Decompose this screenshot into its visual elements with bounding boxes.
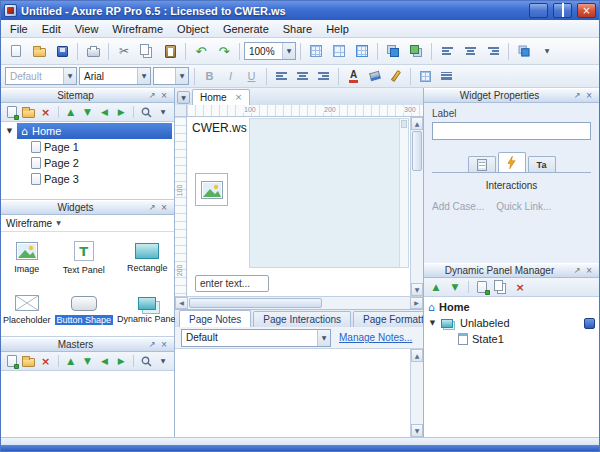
maximize-button[interactable]	[553, 3, 572, 18]
menu-file[interactable]: File	[3, 21, 35, 37]
widget-placeholder[interactable]: Placeholder	[1, 284, 53, 336]
scroll-down-arrow[interactable]: ▼	[411, 283, 423, 296]
tab-list-button[interactable]: ▼	[177, 91, 190, 104]
fill-color-button[interactable]	[365, 67, 384, 85]
font-size-select[interactable]: ▼	[153, 67, 189, 85]
tab-home[interactable]: Home ×	[192, 89, 250, 105]
scroll-thumb[interactable]	[412, 131, 422, 171]
tab-close-icon[interactable]: ×	[235, 93, 243, 102]
print-button[interactable]	[82, 41, 104, 62]
sitemap-item-page2[interactable]: Page 2	[1, 155, 174, 171]
add-page-button[interactable]	[4, 104, 20, 120]
menu-view[interactable]: View	[68, 21, 106, 37]
align-center-button[interactable]	[459, 41, 481, 62]
canvas-text-cwer[interactable]: CWER.ws	[192, 121, 247, 135]
sitemap-options-button[interactable]: ▼	[155, 104, 171, 120]
canvas-horizontal-scrollbar[interactable]: ◀ ▶	[175, 296, 423, 309]
bring-to-front-button[interactable]	[382, 41, 404, 62]
dpm-item-home[interactable]: ⌂ Home	[424, 299, 599, 315]
scroll-track[interactable]	[411, 172, 423, 283]
menu-generate[interactable]: Generate	[216, 21, 276, 37]
notes-vertical-scrollbar[interactable]: ▲ ▼	[410, 349, 423, 437]
widget-rectangle[interactable]: Rectangle	[115, 232, 180, 284]
widget-properties-close-button[interactable]: ×	[583, 90, 595, 101]
scroll-track[interactable]	[411, 362, 423, 424]
widget-library-select[interactable]: Wireframe ▼	[1, 215, 174, 232]
sitemap-item-home[interactable]: ▼ ⌂ Home	[1, 123, 174, 139]
tab-annotations[interactable]	[468, 156, 496, 172]
masters-options-button[interactable]: ▼	[155, 353, 171, 369]
expander-icon[interactable]: ▼	[428, 320, 437, 327]
sitemap-search-button[interactable]	[138, 104, 154, 120]
group-button[interactable]	[513, 41, 535, 62]
note-set-select[interactable]: Default ▼	[181, 329, 331, 347]
master-move-up-button[interactable]: ▲	[63, 353, 79, 369]
text-align-center-button[interactable]	[293, 67, 312, 85]
underline-button[interactable]: U	[242, 67, 261, 85]
scroll-up-arrow[interactable]: ▲	[411, 117, 423, 130]
scroll-down-arrow[interactable]: ▼	[411, 424, 423, 437]
add-master-button[interactable]	[4, 353, 20, 369]
italic-button[interactable]: I	[221, 67, 240, 85]
new-button[interactable]	[5, 41, 27, 62]
dpm-item-state1[interactable]: State1	[424, 331, 599, 347]
scroll-track[interactable]	[188, 297, 410, 309]
minimize-button[interactable]	[529, 3, 548, 18]
scroll-up-arrow[interactable]: ▲	[411, 349, 423, 362]
panel-edit-icon[interactable]	[584, 318, 595, 329]
dpm-close-button[interactable]: ×	[583, 265, 595, 276]
dpm-float-button[interactable]: ↗	[571, 265, 583, 276]
manage-notes-link[interactable]: Manage Notes...	[339, 332, 412, 343]
masters-list[interactable]	[1, 371, 174, 437]
canvas-vertical-scrollbar[interactable]: ▲ ▼	[410, 117, 423, 296]
guides-button[interactable]	[328, 41, 350, 62]
open-button[interactable]	[28, 41, 50, 62]
send-to-back-button[interactable]	[405, 41, 427, 62]
zoom-select[interactable]: 100% ▼	[244, 42, 296, 60]
widget-text-panel[interactable]: T Text Panel	[53, 232, 116, 284]
align-left-button[interactable]	[436, 41, 458, 62]
widget-dynamic-panel[interactable]: Dynamic Panel	[115, 284, 180, 336]
canvas-dynamic-panel[interactable]	[249, 118, 409, 268]
menu-help[interactable]: Help	[319, 21, 356, 37]
font-color-button[interactable]: A	[344, 67, 363, 85]
quick-link[interactable]: Quick Link...	[496, 201, 551, 212]
redo-button[interactable]: ↷	[213, 41, 235, 62]
dpm-move-down-button[interactable]: ▼	[446, 279, 464, 295]
cut-button[interactable]: ✂	[113, 41, 135, 62]
add-folder-button[interactable]	[21, 104, 37, 120]
snap-button[interactable]	[351, 41, 373, 62]
masters-float-button[interactable]: ↗	[146, 339, 158, 350]
master-move-down-button[interactable]: ▼	[80, 353, 96, 369]
canvas-image-widget[interactable]	[195, 173, 228, 206]
panel-scroll-thumb[interactable]	[401, 120, 407, 128]
design-canvas[interactable]: CWER.ws enter text...	[187, 117, 410, 296]
expander-icon[interactable]: ▼	[5, 128, 14, 135]
scroll-thumb[interactable]	[189, 298, 322, 308]
delete-page-button[interactable]: ×	[38, 104, 54, 120]
delete-master-button[interactable]: ×	[38, 353, 54, 369]
border-style-button[interactable]	[416, 67, 435, 85]
distribute-button[interactable]	[482, 41, 504, 62]
widget-label-input[interactable]	[432, 122, 591, 140]
save-button[interactable]	[51, 41, 73, 62]
text-align-left-button[interactable]	[272, 67, 291, 85]
title-bar[interactable]: Untitled - Axure RP Pro 6.5 : Licensed t…	[1, 1, 599, 20]
grid-button[interactable]	[305, 41, 327, 62]
border-width-button[interactable]	[437, 67, 456, 85]
font-select[interactable]: Arial ▼	[79, 67, 151, 85]
dpm-move-up-button[interactable]: ▲	[427, 279, 445, 295]
masters-search-button[interactable]	[138, 353, 154, 369]
master-indent-button[interactable]: ▶	[113, 353, 129, 369]
outdent-button[interactable]: ◀	[96, 104, 112, 120]
dpm-add-state-button[interactable]	[473, 279, 491, 295]
dpm-item-unlabeled[interactable]: ▼ Unlabeled	[424, 315, 599, 331]
tab-page-notes[interactable]: Page Notes	[179, 310, 251, 327]
add-master-folder-button[interactable]	[21, 353, 37, 369]
copy-button[interactable]	[136, 41, 158, 62]
paste-button[interactable]	[159, 41, 181, 62]
sitemap-item-page1[interactable]: Page 1	[1, 139, 174, 155]
widgets-float-button[interactable]: ↗	[146, 202, 158, 213]
more-tools-button[interactable]: ▼	[536, 41, 558, 62]
tab-interactions[interactable]	[498, 152, 526, 172]
